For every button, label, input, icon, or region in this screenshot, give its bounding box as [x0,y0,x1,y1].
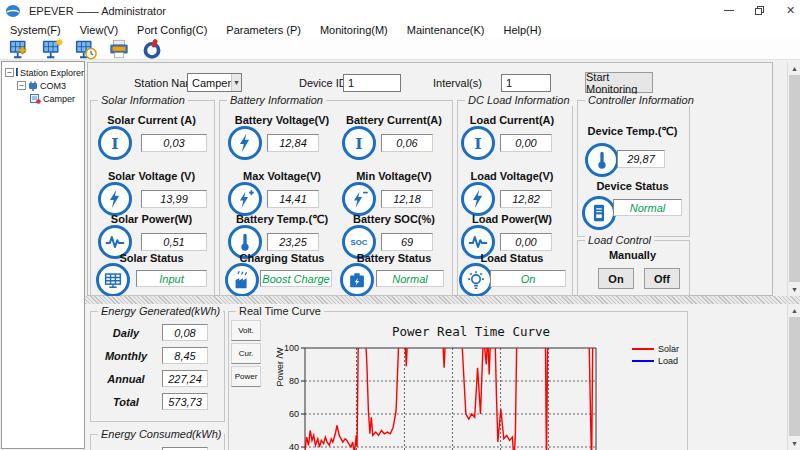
tree-item-station-explorer[interactable]: − Station Explorer [5,66,84,79]
device-status-label: Device Status [577,180,688,192]
legend-label: Solar [658,344,679,354]
svg-text:100: 100 [284,343,299,353]
svg-text:40: 40 [289,442,299,450]
current-icon [342,126,376,160]
start-monitoring-button[interactable]: Start Monitoring [585,72,653,93]
group-title: DC Load Information [465,94,573,106]
voltage-min-icon [342,182,376,216]
max-voltage-label: Max Voltage(V) [224,170,340,182]
battery-voltage-label: Battery Voltage(V) [224,114,340,126]
panel-splitter[interactable] [85,296,800,304]
charging-status-value: Boost Charge [260,270,332,287]
menu-system[interactable]: System(F) [10,24,61,36]
solar-voltage-value: 13,99 [141,190,207,208]
menu-maintenance[interactable]: Maintenance(K) [407,24,485,36]
scroll-up-arrow[interactable]: ▲ [788,304,800,317]
device-id-input[interactable]: 1 [343,74,401,92]
printer-icon [107,38,131,60]
solar-panel-icon [96,263,130,297]
group-title: Controller Information [585,94,697,106]
group-title: Load Control [585,234,654,246]
solar-panel-sun-icon [41,38,65,60]
manually-label: Manually [577,249,688,261]
window-title: EPEVER —— Administrator [29,5,166,17]
energy-total-label: Total [98,396,154,408]
interval-input[interactable]: 1 [501,74,551,92]
station-history-button[interactable] [73,38,99,60]
menu-help[interactable]: Help(H) [503,24,541,36]
maximize-button[interactable] [745,0,774,21]
menu-view[interactable]: View(V) [80,24,118,36]
current-icon [98,126,132,160]
menu-bar: System(F) View(V) Port Config(C) Paramet… [0,21,800,38]
collapse-icon[interactable]: − [5,68,14,77]
battery-soc-value: 69 [381,233,433,251]
battery-icon [340,263,374,297]
app-logo-icon [5,4,21,18]
energy-total-value: 573,73 [162,393,208,410]
realtime-chart: 100806040 [228,304,686,450]
battery-temp-value: 23,25 [267,233,319,251]
minimize-button[interactable] [714,0,743,21]
group-title: Energy Consumed(kWh) [98,428,224,440]
power-icon [140,38,164,60]
menu-parameters[interactable]: Parameters (P) [226,24,301,36]
load-status-value: On [490,270,566,287]
load-voltage-value: 12,82 [500,190,552,208]
menu-port-config[interactable]: Port Config(C) [137,24,207,36]
solar-line-swatch [632,348,654,350]
max-voltage-value: 14,41 [267,190,319,208]
tree-item-camper[interactable]: Camper [30,92,84,105]
toolbar [0,38,800,60]
battery-current-label: Battery Current(A) [338,114,450,126]
scrollbar-thumb[interactable] [789,317,800,436]
current-icon [461,126,495,160]
solar-voltage-label: Solar Voltage (V) [90,170,213,182]
top-scrollbar[interactable]: ▲ ▼ [787,62,800,296]
device-temp-value: 29,87 [617,150,665,168]
battery-soc-label: Battery SOC(%) [338,213,450,225]
energy-annual-value: 227,24 [162,370,208,387]
load-current-value: 0,00 [500,134,552,152]
collapse-icon[interactable]: − [17,81,26,90]
scroll-up-arrow[interactable]: ▲ [788,62,800,75]
scroll-down-arrow[interactable]: ▼ [788,437,800,450]
bottom-scrollbar[interactable]: ▲ ▼ [787,304,800,450]
svg-text:80: 80 [289,376,299,386]
solar-panel-clock-icon [74,38,98,60]
tree-item-com3[interactable]: − COM3 [17,79,84,92]
load-line-swatch [632,360,654,362]
station-monitor-button[interactable] [40,38,66,60]
add-station-button[interactable] [7,38,33,60]
voltage-icon [461,182,495,216]
min-voltage-label: Min Voltage(V) [338,170,450,182]
tree-item-label: Station Explorer [20,68,84,78]
station-name-select[interactable]: Camper ▼ [187,73,242,92]
scroll-down-arrow[interactable]: ▼ [788,283,800,296]
chevron-down-icon: ▼ [231,74,241,91]
menu-monitoring[interactable]: Monitoring(M) [320,24,388,36]
station-explorer-tree: − Station Explorer − COM3 Camper [1,61,85,449]
load-off-button[interactable]: Off [644,268,680,289]
solar-power-label: Solar Power(W) [90,213,213,225]
solar-status-value: Input [136,270,207,287]
load-power-value: 0,00 [500,233,552,251]
legend-label: Load [658,356,678,366]
battery-voltage-value: 12,84 [267,134,319,152]
device-id-label: Device ID [299,77,347,89]
controller-device-icon [582,196,616,230]
com-port-icon [28,81,38,91]
load-on-button[interactable]: On [598,268,634,289]
energy-monthly-value: 8,45 [162,347,208,364]
power-off-button[interactable] [139,38,165,60]
group-title: Energy Generated(kWh) [98,305,223,317]
battery-status-value: Normal [376,270,444,287]
energy-daily-label: Daily [98,327,154,339]
solar-power-value: 0,51 [141,233,207,251]
voltage-icon [98,182,132,216]
close-button[interactable]: ✕ [776,0,800,21]
scrollbar-thumb[interactable] [789,75,800,282]
load-current-label: Load Current(A) [457,114,567,126]
print-button[interactable] [106,38,132,60]
solar-status-label: Solar Status [90,252,213,264]
